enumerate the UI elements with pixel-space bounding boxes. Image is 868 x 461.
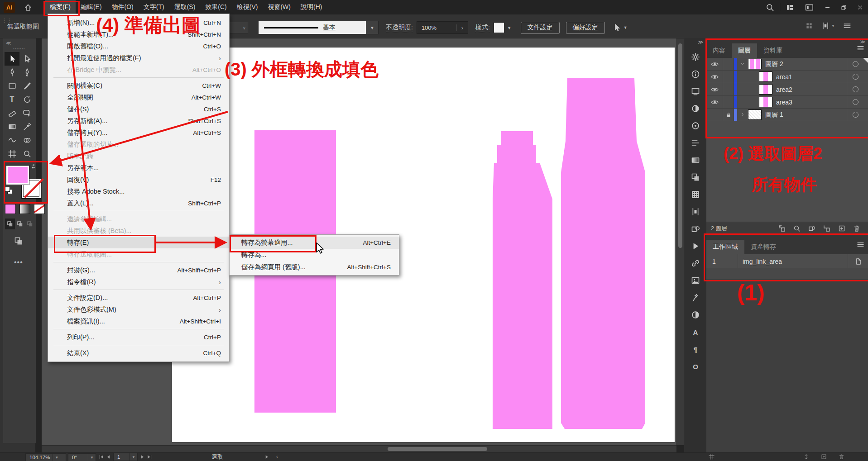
align-icons[interactable] <box>805 22 813 30</box>
rotation-value[interactable]: 0° <box>68 455 77 460</box>
style-dropdown-chevron-icon[interactable]: ▼ <box>504 23 514 33</box>
artboards-panel-icon[interactable] <box>691 87 700 96</box>
lock-toggle[interactable] <box>723 83 734 95</box>
file-menu-item[interactable]: 新增(N)...Ctrl+N <box>48 17 229 29</box>
search-icon[interactable] <box>766 3 774 12</box>
file-menu-item[interactable]: 文件設定(D)...Alt+Ctrl+P <box>48 292 229 304</box>
file-menu-item[interactable]: 全部關閉Alt+Ctrl+W <box>48 91 229 103</box>
layer-name[interactable]: area2 <box>776 86 847 93</box>
gradient-icon[interactable] <box>691 156 700 165</box>
target-circle-icon[interactable] <box>853 74 858 80</box>
visibility-toggle[interactable] <box>706 58 723 70</box>
chevron-right-icon[interactable] <box>737 111 748 119</box>
file-menu-item[interactable]: 轉存(E)› <box>48 237 229 248</box>
file-menu-item[interactable]: 共用以供審核 (Beta)... <box>48 225 229 237</box>
distribute-dropdown[interactable]: ▼ <box>821 22 835 30</box>
artboard-tool[interactable] <box>5 147 19 161</box>
artboard-name[interactable]: img_link_area <box>738 254 848 268</box>
lock-toggle[interactable] <box>723 109 734 121</box>
export-submenu-item[interactable]: 轉存為... <box>230 249 399 261</box>
pen-tool[interactable] <box>5 66 19 79</box>
app-logo-icon[interactable]: Ai <box>4 2 15 13</box>
reorder-icon[interactable] <box>803 454 809 460</box>
layers-tab-資料庫[interactable]: 資料庫 <box>757 43 789 58</box>
asset-export-icon[interactable] <box>691 276 700 285</box>
gradient-tool[interactable] <box>5 120 19 133</box>
file-menu-item[interactable]: 轉存選取範圍... <box>48 248 229 260</box>
zoom-level-dropdown[interactable]: 104.17% ▼ <box>25 453 66 461</box>
target-circle-icon[interactable] <box>853 61 858 67</box>
draw-normal-button[interactable] <box>5 219 15 229</box>
menubar-item-e[interactable]: 編輯(E) <box>76 0 107 14</box>
eraser-tool[interactable] <box>5 106 19 120</box>
expand-panels-icon[interactable]: ≫ <box>698 39 704 45</box>
fill-swatch[interactable] <box>6 165 29 185</box>
collect-for-export-icon[interactable] <box>778 225 786 232</box>
file-menu-item[interactable]: 儲存(S)Ctrl+S <box>48 103 229 115</box>
transparency-icon[interactable] <box>691 173 700 182</box>
file-menu-item[interactable]: 置入(L)...Shift+Ctrl+P <box>48 197 229 209</box>
lock-toggle[interactable] <box>723 71 734 83</box>
brush-name[interactable]: 基本 <box>323 24 336 32</box>
variable-width-dropdown[interactable]: ∨ <box>226 22 248 33</box>
rotate-tool[interactable] <box>19 93 34 106</box>
curvature-tool[interactable] <box>19 66 34 79</box>
free-transform-icon[interactable] <box>709 454 715 460</box>
links-icon[interactable] <box>691 259 700 268</box>
pathfinder-icon[interactable] <box>691 224 700 233</box>
zoom-level-value[interactable]: 104.17% <box>26 455 50 460</box>
new-artboard-icon[interactable] <box>821 454 827 460</box>
close-button[interactable] <box>852 0 868 14</box>
horizontal-scrollbar-thumb[interactable] <box>388 447 487 451</box>
opacity-value[interactable]: 100% <box>417 24 456 31</box>
delete-artboard-icon[interactable] <box>839 454 844 460</box>
document-setup-button[interactable]: 文件設定 <box>521 22 560 34</box>
menubar-item-v[interactable]: 檢視(V) <box>232 0 263 14</box>
status-tool-label[interactable]: 選取 <box>181 453 254 461</box>
menubar-item-h[interactable]: 說明(H) <box>296 0 327 14</box>
menubar-item-t[interactable]: 文字(T) <box>139 0 169 14</box>
artboards-tab-工作區域[interactable]: 工作區域 <box>706 240 744 254</box>
previous-artboard-icon[interactable] <box>106 454 111 460</box>
layer-thumbnail[interactable] <box>748 109 762 120</box>
paragraph-icon[interactable]: ¶ <box>691 345 700 354</box>
file-menu-item[interactable]: 儲存選取的切片... <box>48 138 229 150</box>
layer-name[interactable]: 圖層 2 <box>765 60 847 68</box>
opentype-icon[interactable]: O <box>691 362 700 371</box>
menubar-item-s[interactable]: 選取(S) <box>169 0 201 14</box>
file-menu-item[interactable]: 另存新檔(A)...Shift+Ctrl+S <box>48 115 229 127</box>
file-menu-item[interactable]: 打開最近使用過的檔案(F)› <box>48 52 229 64</box>
screen-mode-icon[interactable] <box>13 237 24 246</box>
file-menu-item[interactable]: 列印(P)...Ctrl+P <box>48 331 229 343</box>
type-tool[interactable]: T <box>5 93 19 106</box>
visibility-toggle[interactable] <box>706 96 723 108</box>
layer-row[interactable]: 圖層 1 <box>706 109 868 121</box>
lasso-tool[interactable] <box>19 106 34 120</box>
layer-name[interactable]: 圖層 1 <box>765 111 847 119</box>
zoom-tool[interactable] <box>19 147 34 161</box>
rotation-dropdown[interactable]: 0° ▼ <box>68 453 96 461</box>
layer-thumbnail[interactable] <box>748 59 762 69</box>
workspace-switcher-icon[interactable] <box>786 3 794 12</box>
menubar-item-c[interactable]: 效果(C) <box>200 0 231 14</box>
visibility-toggle[interactable] <box>706 71 723 83</box>
align-icon[interactable] <box>691 207 700 216</box>
artboards-panel-menu-icon[interactable] <box>857 241 864 248</box>
layers-tab-圖層[interactable]: 圖層 <box>732 43 757 58</box>
opacity-field[interactable]: 100% › <box>417 21 468 34</box>
new-layer-icon[interactable] <box>838 225 845 232</box>
horizontal-scrollbar[interactable] <box>42 445 676 453</box>
file-menu-item[interactable]: 搜尋 Adobe Stock... <box>48 185 229 197</box>
file-menu-item[interactable]: 封裝(G)...Alt+Shift+Ctrl+P <box>48 264 229 276</box>
stroke-icon[interactable] <box>691 138 700 147</box>
controlbar-menu-icon[interactable] <box>843 22 851 30</box>
layer-thumbnail[interactable] <box>759 71 772 82</box>
restore-button[interactable] <box>835 0 852 14</box>
style-label[interactable]: 樣式: <box>475 24 490 32</box>
properties-icon[interactable] <box>691 52 700 62</box>
file-menu-item[interactable]: 指令檔(R)› <box>48 276 229 288</box>
layer-row[interactable]: area3 <box>706 96 868 109</box>
layer-name[interactable]: area3 <box>776 99 847 106</box>
default-fill-stroke-icon[interactable] <box>5 187 11 193</box>
menubar-item-w[interactable]: 視窗(W) <box>263 0 296 14</box>
